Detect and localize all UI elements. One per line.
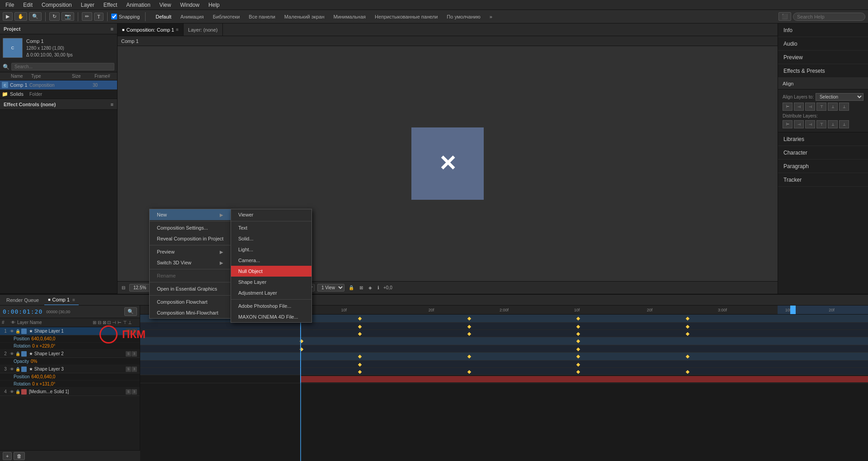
sub-cinema4d[interactable]: MAXON CINEMA 4D File...: [231, 311, 311, 322]
track-2-kf2[interactable]: [576, 339, 580, 343]
align-top-btn[interactable]: ⊤: [816, 103, 826, 111]
tool-camera[interactable]: 📷: [61, 12, 74, 21]
workspace-default2[interactable]: По умолчанию: [444, 13, 483, 20]
track-1-kf2[interactable]: [467, 317, 471, 320]
ctx-switch-3d[interactable]: Switch 3D View ▶: [150, 257, 231, 268]
viewer-layout-select[interactable]: 1 View: [317, 284, 344, 292]
right-info[interactable]: Info: [778, 24, 868, 37]
l1-position-val[interactable]: 640,0,640,0: [32, 336, 56, 341]
track-3-kf2[interactable]: [467, 355, 471, 358]
l3-solo[interactable]: S: [126, 367, 131, 372]
layer-2-lock[interactable]: 🔒: [15, 352, 20, 356]
dist-top-btn[interactable]: ⊤: [816, 120, 826, 128]
l2-opacity-val[interactable]: 0%: [31, 359, 37, 364]
menu-composition[interactable]: Composition: [40, 1, 74, 9]
tab-render-queue[interactable]: Render Queue: [3, 295, 42, 305]
l2-3d[interactable]: 3: [132, 351, 137, 357]
layer-4-lock[interactable]: 🔒: [15, 390, 20, 394]
layer-row-3[interactable]: 3 👁 🔒 ★ Shape Layer 3 S 3: [0, 365, 140, 373]
track-3r-kf2[interactable]: [467, 370, 471, 374]
layer-1-lock[interactable]: 🔒: [15, 329, 20, 334]
track-1-kf4[interactable]: [685, 317, 689, 320]
menu-edit[interactable]: Edit: [21, 1, 34, 9]
track-1r-kf3[interactable]: [576, 332, 580, 336]
viewer-reset-btn[interactable]: ⊟: [120, 285, 127, 291]
tab-composition-close[interactable]: ≡: [176, 27, 179, 32]
l3-position-val[interactable]: 640,0,640,0: [32, 374, 56, 379]
l4-solo[interactable]: S: [126, 389, 131, 395]
track-3r-kf3[interactable]: [576, 370, 580, 374]
track-3p-kf2[interactable]: [576, 363, 580, 367]
dist-center-v-btn[interactable]: ⊥: [828, 120, 838, 128]
sub-camera[interactable]: Camera...: [231, 255, 311, 266]
workspace-undocked[interactable]: Непристыкованные панели: [372, 13, 440, 20]
tool-zoom[interactable]: 🔍: [29, 12, 42, 21]
track-1p-kf1[interactable]: [358, 325, 362, 329]
viewer-toggle-btn[interactable]: ⊠: [358, 285, 364, 291]
right-tracker[interactable]: Tracker: [778, 173, 868, 187]
align-bottom-btn[interactable]: ⊥: [839, 103, 849, 111]
tool-pen[interactable]: ✏: [82, 12, 92, 21]
track-3-kf3[interactable]: [576, 355, 580, 358]
l2-solo[interactable]: S: [126, 351, 131, 357]
align-center-v-btn[interactable]: ⊥: [828, 103, 838, 111]
layer-1-vis[interactable]: 👁: [10, 329, 15, 334]
snapping-checkbox[interactable]: [111, 14, 117, 19]
ctx-comp-settings[interactable]: Composition Settings...: [150, 222, 231, 233]
align-center-h-btn[interactable]: ⊣: [794, 103, 804, 111]
dist-left-btn[interactable]: ⊢: [783, 120, 793, 128]
tab-composition[interactable]: ■ Composition: Comp 1 ≡: [118, 24, 184, 36]
project-item-comp1[interactable]: C Comp 1 Composition 30: [0, 80, 117, 89]
workspace-libraries[interactable]: Библиотеки: [210, 13, 243, 20]
track-1-kf1[interactable]: [358, 317, 362, 320]
track-3r-kf4[interactable]: [685, 370, 689, 374]
layer-row-1[interactable]: 1 👁 🔒 ★ Shape Layer 1 S 3: [0, 327, 140, 335]
project-item-solids[interactable]: 📁 Solids Folder: [0, 89, 117, 99]
dist-right-btn[interactable]: ⊣: [805, 120, 815, 128]
viewer-lock-btn[interactable]: 🔒: [347, 285, 355, 291]
sub-adjustment[interactable]: Adjustment Layer: [231, 287, 311, 298]
menu-effect[interactable]: Effect: [102, 1, 119, 9]
l4-3d[interactable]: 3: [132, 389, 137, 395]
search-input[interactable]: [793, 13, 865, 21]
effects-panel-close[interactable]: ≡: [111, 102, 113, 107]
tl-add-btn[interactable]: +: [3, 452, 12, 460]
dist-center-h-btn[interactable]: ⊣: [794, 120, 804, 128]
align-left-btn[interactable]: ⊢: [783, 103, 793, 111]
workspace-all-panels[interactable]: Все панели: [246, 13, 278, 20]
tool-text[interactable]: T: [94, 13, 104, 21]
ctx-flowchart[interactable]: Composition Flowchart: [150, 296, 231, 307]
workspace-more[interactable]: »: [487, 13, 495, 20]
menu-layer[interactable]: Layer: [79, 1, 96, 9]
layer-2-vis[interactable]: 👁: [10, 352, 15, 356]
search-icon-btn[interactable]: ⬛: [778, 12, 791, 21]
layer-row-4[interactable]: 4 👁 🔒 [Medium...e Solid 1] S 3: [0, 388, 140, 396]
project-search-input[interactable]: [11, 63, 114, 71]
sub-shape-layer[interactable]: Shape Layer: [231, 277, 311, 287]
right-effects-presets[interactable]: Effects & Presets: [778, 64, 868, 78]
right-libraries[interactable]: Libraries: [778, 132, 868, 146]
l1-solo[interactable]: S: [126, 329, 131, 334]
dist-bottom-btn[interactable]: ⊥: [839, 120, 849, 128]
tab-layer[interactable]: Layer: (none): [184, 24, 222, 36]
sub-null-object[interactable]: Null Object: [231, 266, 311, 277]
ctx-new[interactable]: New ▶: [150, 209, 231, 220]
menu-file[interactable]: File: [4, 1, 16, 9]
track-1-kf3[interactable]: [576, 317, 580, 320]
align-to-select[interactable]: Selection: [816, 93, 863, 101]
track-3p-kf1[interactable]: [358, 363, 362, 367]
l3-rotation-val[interactable]: 0 x +131,0°: [32, 381, 55, 386]
layer-search-btn[interactable]: 🔍: [124, 307, 137, 316]
tool-select[interactable]: ▶: [3, 12, 13, 21]
track-2o-kf2[interactable]: [576, 348, 580, 351]
tab-comp1[interactable]: ■ Comp 1 ≡: [44, 295, 79, 305]
track-1r-kf1[interactable]: [358, 332, 362, 336]
menu-help[interactable]: Help: [207, 1, 222, 9]
l1-rotation-val[interactable]: 0 x +229,0°: [32, 343, 55, 348]
track-1p-kf3[interactable]: [576, 325, 580, 329]
track-3-kf4[interactable]: [685, 355, 689, 358]
track-1r-kf4[interactable]: [685, 332, 689, 336]
right-paragraph[interactable]: Paragraph: [778, 160, 868, 173]
project-panel-close[interactable]: ≡: [111, 26, 113, 32]
l3-3d[interactable]: 3: [132, 367, 137, 372]
